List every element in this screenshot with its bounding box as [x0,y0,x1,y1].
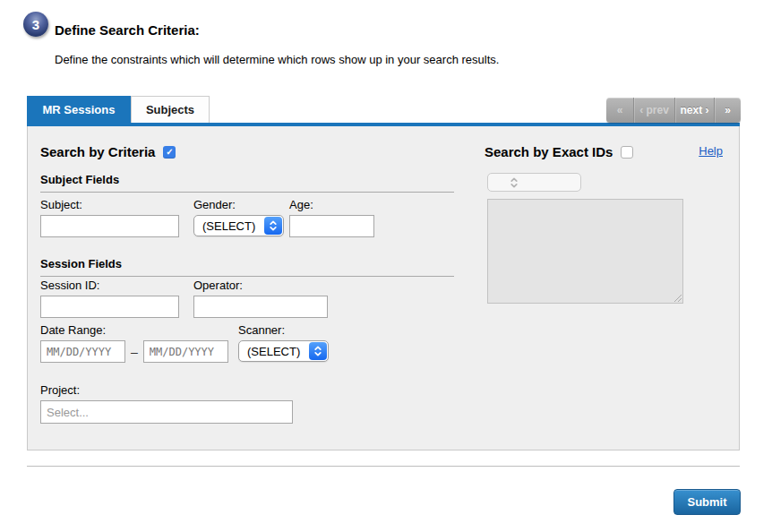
age-input[interactable] [289,215,374,237]
exact-ids-select [487,173,581,192]
pager-prev-button: ‹ prev [633,98,674,123]
subject-fields-heading: Subject Fields [40,173,454,193]
operator-label: Operator: [193,279,328,292]
pager-first-button: « [606,98,633,123]
session-id-label: Session ID: [40,279,179,292]
search-by-exact-ids-checkbox[interactable] [621,146,633,159]
step-number-badge: 3 [23,12,48,37]
pager-next-button[interactable]: next › [674,98,714,123]
date-from-input[interactable] [40,340,125,363]
subject-label: Subject: [40,198,179,211]
tab-mr-sessions[interactable]: MR Sessions [27,96,131,123]
gender-select[interactable]: (SELECT) [193,215,284,236]
chevron-up-down-icon [505,175,523,190]
age-label: Age: [289,198,374,211]
exact-ids-select-value [488,174,504,191]
scanner-select-value: (SELECT) [239,341,308,361]
chevron-up-down-icon [309,342,327,360]
footer-divider [27,466,740,467]
help-link[interactable]: Help [699,144,723,158]
exact-ids-textarea [487,199,683,304]
page-subtitle: Define the constraints which will determ… [55,53,499,66]
tab-subjects[interactable]: Subjects [131,96,210,123]
project-label: Project: [40,383,293,397]
session-id-input[interactable] [40,296,179,318]
gender-label: Gender: [193,198,284,211]
search-criteria-panel: Search by Criteria ✓ Search by Exact IDs… [27,126,740,450]
submit-button[interactable]: Submit [673,489,741,515]
session-fields-heading: Session Fields [40,257,454,277]
gender-select-value: (SELECT) [194,216,263,236]
pager-last-button[interactable]: » [714,98,741,123]
search-by-criteria-checkbox[interactable]: ✓ [163,146,176,159]
date-to-input[interactable] [143,340,228,363]
operator-input[interactable] [193,296,328,318]
search-by-exact-ids-heading: Search by Exact IDs [485,144,613,159]
pagination-group: « ‹ prev next › » [606,98,741,123]
chevron-up-down-icon [264,217,282,235]
resize-grip-icon [673,293,682,302]
search-by-criteria-heading: Search by Criteria [40,144,155,159]
scanner-select[interactable]: (SELECT) [238,340,329,362]
scanner-label: Scanner: [238,323,329,337]
date-range-label: Date Range: [40,323,228,337]
page-title: Define Search Criteria: [55,22,200,38]
project-input[interactable] [40,400,293,424]
subject-input[interactable] [40,215,179,237]
check-icon: ✓ [166,147,173,157]
date-range-separator: – [131,345,138,359]
